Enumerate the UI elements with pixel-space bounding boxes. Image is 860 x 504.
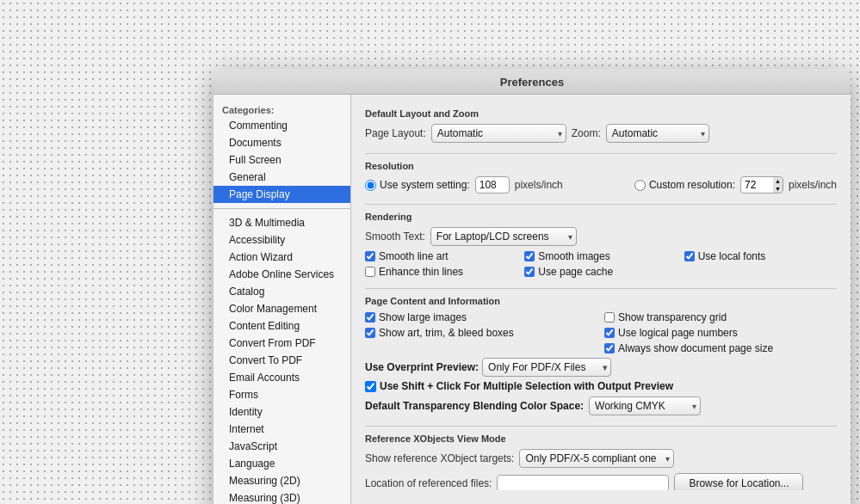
categories-sidebar: Categories: Commenting Documents Full Sc… — [213, 95, 351, 504]
resolution-step-up[interactable]: ▲ — [773, 177, 783, 185]
overprint-select-wrapper: Only For PDF/X Files Always Never Automa… — [482, 358, 611, 377]
transparency-select[interactable]: Working CMYK Working RGB Document CMYK D… — [589, 396, 701, 415]
page-content-section: Page Content and Information Show large … — [365, 296, 837, 415]
show-targets-row: Show reference XObject targets: Only PDF… — [365, 449, 837, 468]
sidebar-item-language[interactable]: Language — [213, 455, 350, 472]
overprint-shift-checkbox[interactable] — [365, 381, 376, 392]
custom-resolution-text: Custom resolution: — [649, 179, 735, 191]
sidebar-item-full-screen[interactable]: Full Screen — [213, 151, 350, 169]
location-label: Location of referenced files: — [365, 477, 492, 489]
transparency-row: Default Transparency Blending Color Spac… — [365, 396, 837, 415]
enhance-thin-lines-label[interactable]: Enhance thin lines — [365, 266, 517, 278]
sidebar-item-identity[interactable]: Identity — [213, 403, 350, 421]
smooth-text-label: Smooth Text: — [365, 230, 425, 243]
resolution-row: Use system setting: 108 pixels/inch Cust… — [365, 176, 837, 194]
smooth-images-text: Smooth images — [538, 250, 609, 262]
show-large-images-text: Show large images — [379, 311, 467, 323]
sidebar-item-commenting[interactable]: Commenting — [213, 117, 350, 134]
system-setting-radio-label[interactable]: Use system setting: — [365, 179, 470, 191]
use-local-fonts-text: Use local fonts — [698, 250, 766, 262]
smooth-text-select[interactable]: For Laptop/LCD screens None For Monitor … — [430, 227, 577, 246]
sep-3 — [365, 288, 837, 289]
sidebar-item-convert-to-pdf[interactable]: Convert To PDF — [213, 352, 350, 369]
overprint-select[interactable]: Only For PDF/X Files Always Never Automa… — [482, 358, 611, 377]
use-local-fonts-checkbox[interactable] — [684, 251, 695, 261]
use-page-cache-checkbox[interactable] — [524, 267, 535, 277]
page-content-checkboxes: Show large images Show transparency grid… — [365, 311, 837, 354]
use-logical-page-numbers-checkbox[interactable] — [604, 328, 615, 338]
overprint-shift-label[interactable]: Use Shift + Click For Multiple Selection… — [365, 380, 673, 392]
custom-resolution-radio-label[interactable]: Custom resolution: — [634, 179, 735, 191]
preferences-dialog: Preferences Categories: Commenting Docum… — [213, 69, 851, 504]
sidebar-item-catalog[interactable]: Catalog — [213, 283, 350, 300]
show-transparency-grid-text: Show transparency grid — [618, 311, 727, 323]
default-layout-title: Default Layout and Zoom — [365, 108, 837, 119]
show-transparency-grid-label[interactable]: Show transparency grid — [604, 311, 837, 323]
custom-resolution-input-wrap: ▲ ▼ — [740, 176, 783, 194]
categories-label: Categories: — [213, 101, 350, 117]
sidebar-item-forms[interactable]: Forms — [213, 386, 350, 403]
show-targets-select[interactable]: Only PDF/X-5 compliant ones Always Never — [519, 449, 674, 468]
sep-4 — [365, 426, 837, 427]
sidebar-item-measuring-2d[interactable]: Measuring (2D) — [213, 472, 350, 489]
always-show-doc-page-size-label[interactable]: Always show document page size — [604, 342, 837, 354]
pixels-inch-label2: pixels/inch — [789, 179, 837, 191]
sidebar-item-page-display[interactable]: Page Display — [213, 186, 350, 203]
sidebar-item-adobe-online[interactable]: Adobe Online Services — [213, 266, 350, 283]
sep-2 — [365, 204, 837, 205]
show-targets-label: Show reference XObject targets: — [365, 452, 514, 464]
use-page-cache-label[interactable]: Use page cache — [524, 266, 677, 278]
sidebar-item-documents[interactable]: Documents — [213, 134, 350, 151]
dialog-body: Categories: Commenting Documents Full Sc… — [213, 95, 851, 504]
show-transparency-grid-checkbox[interactable] — [604, 312, 615, 323]
location-input[interactable] — [497, 475, 669, 490]
system-setting-radio[interactable] — [365, 180, 376, 191]
system-setting-value: 108 — [475, 176, 510, 194]
sidebar-item-content-editing[interactable]: Content Editing — [213, 317, 350, 335]
use-logical-page-numbers-text: Use logical page numbers — [618, 327, 738, 339]
default-layout-section: Default Layout and Zoom Page Layout: Aut… — [365, 108, 837, 143]
smooth-images-checkbox[interactable] — [524, 251, 535, 261]
show-art-trim-bleed-checkbox[interactable] — [365, 328, 375, 338]
page-content-title: Page Content and Information — [365, 296, 837, 306]
smooth-text-row: Smooth Text: For Laptop/LCD screens None… — [365, 227, 837, 246]
sidebar-item-color-management[interactable]: Color Management — [213, 300, 350, 317]
smooth-line-art-checkbox[interactable] — [365, 251, 375, 261]
main-content: Default Layout and Zoom Page Layout: Aut… — [351, 95, 851, 490]
show-art-trim-bleed-text: Show art, trim, & bleed boxes — [379, 327, 514, 339]
page-layout-select[interactable]: Automatic Single Page Single Page Contin… — [431, 124, 566, 143]
use-logical-page-numbers-label[interactable]: Use logical page numbers — [604, 327, 837, 339]
enhance-thin-lines-text: Enhance thin lines — [379, 266, 463, 278]
page-layout-wrapper: Automatic Single Page Single Page Contin… — [431, 124, 566, 143]
show-art-trim-bleed-label[interactable]: Show art, trim, & bleed boxes — [365, 327, 597, 339]
sidebar-item-convert-from-pdf[interactable]: Convert From PDF — [213, 335, 350, 352]
dialog-title: Preferences — [500, 76, 564, 89]
overprint-row: Use Overprint Preview: Only For PDF/X Fi… — [365, 358, 837, 392]
enhance-thin-lines-checkbox[interactable] — [365, 267, 375, 277]
browse-button[interactable]: Browse for Location... — [674, 473, 803, 490]
show-large-images-label[interactable]: Show large images — [365, 311, 597, 323]
show-large-images-checkbox[interactable] — [365, 312, 375, 323]
use-local-fonts-label[interactable]: Use local fonts — [684, 250, 837, 262]
custom-resolution-radio[interactable] — [634, 180, 646, 191]
sidebar-item-email-accounts[interactable]: Email Accounts — [213, 369, 350, 386]
sidebar-item-measuring-3d[interactable]: Measuring (3D) — [213, 489, 350, 504]
dialog-titlebar: Preferences — [213, 69, 851, 95]
sidebar-item-3d-multimedia[interactable]: 3D & Multimedia — [213, 214, 350, 231]
smooth-line-art-label[interactable]: Smooth line art — [365, 250, 517, 262]
rendering-checkboxes: Smooth line art Smooth images Use local … — [365, 250, 837, 278]
sidebar-item-javascript[interactable]: JavaScript — [213, 438, 350, 455]
sep-1 — [365, 153, 837, 154]
sidebar-item-action-wizard[interactable]: Action Wizard — [213, 249, 350, 266]
zoom-select[interactable]: Automatic Fit Page Fit Width 100% — [606, 124, 709, 143]
smooth-text-wrapper: For Laptop/LCD screens None For Monitor … — [430, 227, 577, 246]
show-targets-wrapper: Only PDF/X-5 compliant ones Always Never — [519, 449, 674, 468]
smooth-images-label[interactable]: Smooth images — [524, 250, 677, 262]
resolution-title: Resolution — [365, 161, 837, 171]
sidebar-item-internet[interactable]: Internet — [213, 421, 350, 438]
sidebar-item-general[interactable]: General — [213, 169, 350, 186]
always-show-doc-page-size-checkbox[interactable] — [604, 343, 615, 353]
sidebar-item-accessibility[interactable]: Accessibility — [213, 231, 350, 249]
resolution-step-down[interactable]: ▼ — [773, 185, 783, 193]
system-setting-text: Use system setting: — [380, 179, 470, 191]
